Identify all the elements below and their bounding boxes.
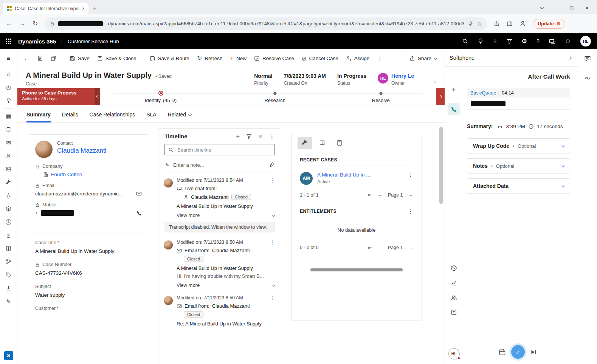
close-window-icon[interactable]: ×	[585, 5, 589, 11]
entities-branch-icon[interactable]	[0, 255, 17, 268]
browser-update-button[interactable]: Update ⚙	[533, 19, 565, 29]
brand-title[interactable]: Dynamics 365	[18, 38, 56, 45]
entry-more-icon[interactable]: ⋮	[270, 240, 275, 245]
bpf-stage-identify[interactable]: Identify(45 D)	[145, 90, 177, 103]
forward-icon[interactable]: →	[19, 20, 26, 27]
analytics-chart-icon[interactable]	[451, 280, 457, 286]
timeline-search-box[interactable]	[164, 144, 275, 155]
entry-more-icon[interactable]: ⋮	[270, 295, 275, 300]
knowledge-book-tab[interactable]	[315, 137, 329, 149]
bpf-name-box[interactable]: Phone to Case Process Active for 45 days	[17, 88, 95, 105]
stage-dot[interactable]	[273, 92, 276, 95]
feedback-smiley-icon[interactable]: ☺	[565, 38, 571, 44]
recent-case-row[interactable]: AM A Mineral Build Up in ... Active ⋮	[300, 166, 413, 185]
mic-icon[interactable]	[468, 21, 473, 26]
activities-clipboard-icon[interactable]	[0, 123, 17, 136]
owner-field[interactable]: HL Henry Le Owner	[378, 73, 414, 86]
categories-tag-icon[interactable]	[0, 268, 17, 282]
share-button[interactable]: Share	[406, 52, 440, 65]
recent-icon[interactable]: ◷	[0, 81, 17, 94]
assign-button[interactable]: Assign	[343, 52, 373, 65]
timeline-more-icon[interactable]: ⋮	[269, 133, 275, 139]
next-page-icon[interactable]: →	[409, 245, 414, 250]
quick-create-icon[interactable]: +	[493, 38, 497, 45]
timeline-entry-livechat[interactable]: Modified on: 7/11/2023 8:54 AM ⋮ Live ch…	[158, 172, 281, 234]
collapse-panel-icon[interactable]	[568, 56, 572, 60]
company-value-link[interactable]: Fourth Coffee	[51, 172, 82, 177]
open-new-window-icon[interactable]	[47, 52, 60, 65]
entry-more-icon[interactable]: ⋮	[270, 178, 275, 183]
tab-related[interactable]: Related	[168, 112, 191, 122]
tab-details[interactable]: Details	[62, 112, 78, 122]
expand-chevron-icon[interactable]	[272, 283, 276, 287]
save-and-route-button[interactable]: Save & Route	[146, 52, 193, 65]
minimize-icon[interactable]: –	[555, 5, 558, 10]
filter-icon[interactable]	[507, 39, 512, 44]
resolve-case-button[interactable]: Resolve Case	[251, 52, 298, 65]
vertical-scrollbar[interactable]	[439, 127, 443, 204]
invoices-receipt-icon[interactable]	[0, 229, 17, 242]
subject-value[interactable]: Water supply	[35, 292, 142, 298]
expand-chevron-icon[interactable]	[561, 184, 565, 187]
contact-name-link[interactable]: Claudia Mazzanti	[57, 147, 106, 155]
scripts-page-tab[interactable]	[332, 137, 347, 149]
tab-case-relationships[interactable]: Case Relationships	[90, 112, 135, 122]
wrap-up-code-section[interactable]: Wrap Up Code • Optional	[467, 138, 570, 153]
timeline-entry-email[interactable]: Modified on: 7/11/2023 8:50 AM ⋮ Email f…	[158, 290, 281, 328]
save-and-close-button[interactable]: Save & Close	[94, 52, 140, 65]
home-icon[interactable]: ⌂	[0, 67, 17, 81]
recent-case-link[interactable]: A Mineral Build Up in ...	[317, 172, 370, 178]
timeline-entry-email[interactable]: Modified on: 7/11/2023 8:50 AM ⋮ Email f…	[158, 234, 281, 290]
people-icon[interactable]	[451, 294, 457, 301]
share-icon[interactable]	[494, 21, 500, 27]
new-button[interactable]: +New	[227, 52, 250, 65]
first-page-icon[interactable]: ⇤	[368, 193, 372, 198]
wave-toggle-icon[interactable]	[584, 74, 591, 81]
stage-active-dot[interactable]	[158, 91, 163, 96]
header-expand-icon[interactable]	[434, 73, 436, 84]
view-more[interactable]: View more	[177, 212, 275, 218]
view-more[interactable]: View more	[177, 282, 275, 288]
favorite-star-icon[interactable]: ☆	[477, 21, 482, 26]
search-icon[interactable]	[462, 38, 468, 44]
expand-chevron-icon[interactable]	[561, 164, 565, 167]
tab-summary[interactable]: Summary	[26, 112, 51, 122]
next-page-icon[interactable]: →	[409, 193, 414, 198]
bpf-stage-resolve[interactable]: Resolve	[372, 90, 390, 103]
schedule-callback-icon[interactable]	[499, 349, 506, 356]
command-overflow-icon[interactable]: ⋮	[374, 52, 386, 65]
address-bar[interactable]: .dynamics.com/main.aspx?appid=6685b74b-f…	[45, 17, 487, 30]
case-title-value[interactable]: A Mineral Build Up in Water Supply	[35, 248, 142, 254]
first-page-icon[interactable]: ⇤	[368, 245, 372, 250]
prev-page-icon[interactable]: ←	[377, 245, 382, 250]
pinned-icon[interactable]	[0, 94, 17, 107]
attach-paperclip-icon[interactable]	[268, 162, 274, 168]
profile-icon[interactable]	[519, 20, 526, 27]
queue-strip[interactable]: BasicQueue | 04:14	[467, 88, 570, 98]
browser-tab[interactable]: Case: Case for Interactive experie ×	[3, 3, 88, 14]
send-email-icon[interactable]	[136, 191, 142, 197]
reload-icon[interactable]: ↻	[33, 20, 38, 27]
save-button[interactable]: Save	[66, 52, 93, 65]
subject-field[interactable]: Subject Water supply	[35, 284, 142, 298]
devices-icon[interactable]	[549, 39, 555, 44]
call-phone-icon[interactable]	[136, 210, 142, 216]
sitemap-tile[interactable]: S	[4, 351, 13, 360]
customer-field[interactable]: Customer*	[35, 306, 142, 311]
settings-gear-icon[interactable]: ⚙	[522, 38, 527, 44]
active-call-phone-icon[interactable]	[448, 103, 460, 115]
refresh-button[interactable]: ↻Refresh	[194, 52, 226, 65]
notes-icon[interactable]	[451, 309, 457, 316]
timeline-add-icon[interactable]: +	[236, 133, 240, 139]
user-avatar[interactable]: HL	[580, 36, 591, 46]
lightbulb-icon[interactable]	[478, 38, 484, 44]
app-name[interactable]: Customer Service Hub	[68, 39, 119, 44]
add-session-icon[interactable]: +	[451, 86, 456, 93]
expand-chevron-icon[interactable]	[272, 213, 276, 217]
back-icon[interactable]: ←	[6, 20, 12, 27]
tools-wrench-tab[interactable]	[298, 137, 312, 149]
site-map-toggle-icon[interactable]: ≡	[7, 55, 11, 62]
maximize-icon[interactable]: □	[570, 5, 573, 10]
timeline-sort-icon[interactable]: ≣	[258, 134, 263, 139]
back-button[interactable]: ←	[20, 52, 33, 65]
